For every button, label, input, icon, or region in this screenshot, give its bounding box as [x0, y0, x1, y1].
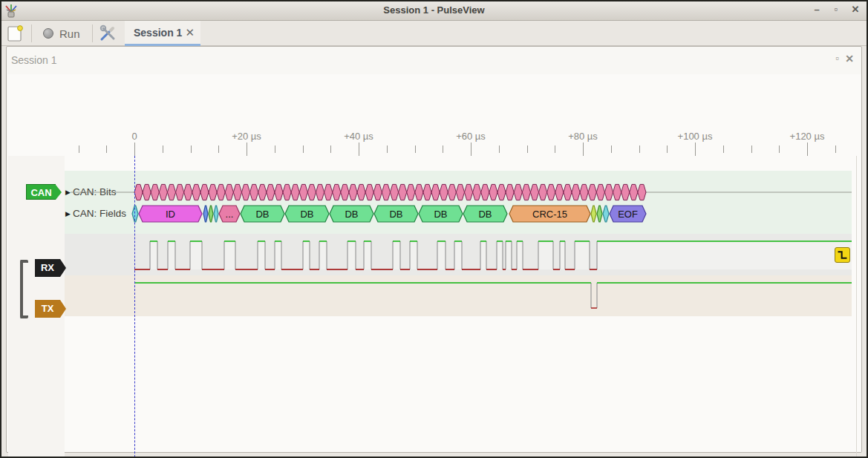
ruler-tick-minor — [275, 145, 275, 153]
main-toolbar: Run Session 1 ✕ — [0, 21, 868, 46]
channel-group-bracket[interactable] — [20, 260, 28, 318]
tab-session-1[interactable]: Session 1 ✕ — [125, 21, 200, 45]
decoder-row-band — [65, 171, 852, 234]
ruler-tick-major — [247, 143, 247, 156]
dock-title: Session 1 — [11, 54, 56, 66]
ruler-tick-major — [807, 143, 808, 156]
falling-edge-trigger-icon — [836, 249, 849, 261]
rx-trigger-badge[interactable] — [835, 247, 850, 263]
vertical-scrollbar-track[interactable] — [856, 156, 857, 458]
new-session-icon — [6, 24, 25, 42]
toolbar-separator — [31, 24, 32, 42]
maximize-icon[interactable]: ▫ — [831, 4, 841, 15]
ruler-tick-minor — [218, 145, 219, 153]
ruler-tick-minor — [79, 145, 79, 153]
ruler-tick-major — [359, 143, 359, 156]
time-zero-cursor[interactable] — [134, 156, 135, 458]
channel-tag-rx[interactable]: RX — [35, 259, 60, 277]
ruler-tick-minor — [835, 145, 836, 153]
decoder-row-label-fields[interactable]: ▶ CAN: Fields — [65, 208, 126, 219]
close-icon[interactable]: ✕ — [850, 4, 861, 15]
ruler-tick-major — [134, 143, 135, 156]
ruler-label: +100 µs — [678, 131, 713, 142]
ruler-tick-minor — [555, 145, 555, 153]
channel-tag-tx[interactable]: TX — [35, 300, 60, 318]
ruler-tick-minor — [387, 145, 388, 153]
trace-view[interactable]: 0+20 µs+40 µs+60 µs+80 µs+100 µs+120 µs … — [7, 74, 861, 452]
dock-float-icon[interactable]: ▫ — [835, 53, 839, 64]
ruler-tick-minor — [106, 145, 107, 153]
ruler-tick-minor — [303, 145, 304, 153]
new-session-button[interactable] — [6, 24, 25, 42]
tab-close-icon[interactable]: ✕ — [185, 26, 195, 39]
toolbar-separator — [92, 24, 93, 42]
ruler-label: +80 µs — [568, 131, 598, 142]
ruler-label: +40 µs — [344, 131, 373, 142]
ruler-label: +120 µs — [790, 131, 825, 142]
dock-close-icon[interactable]: ✕ — [845, 53, 854, 65]
ruler-tick-minor — [191, 145, 192, 153]
ruler-label: +20 µs — [232, 131, 261, 142]
settings-button[interactable] — [97, 24, 118, 42]
title-bar: Session 1 - PulseView – ▫ ✕ — [0, 0, 868, 21]
ruler-label: +60 µs — [456, 131, 486, 142]
rx-row-band — [65, 234, 852, 275]
ruler-tick-minor — [639, 145, 640, 153]
ruler-tick-minor — [527, 145, 528, 153]
ruler-tick-minor — [667, 145, 668, 153]
run-button[interactable]: Run — [39, 24, 85, 43]
run-label: Run — [59, 27, 80, 40]
run-icon — [43, 28, 53, 39]
ruler-tick-minor — [499, 145, 500, 153]
ruler-tick-minor — [330, 145, 331, 153]
ruler-tick-minor — [779, 145, 780, 153]
ruler-tick-minor — [751, 145, 752, 153]
ruler-label: 0 — [131, 131, 137, 142]
minimize-icon[interactable]: – — [812, 4, 822, 15]
window-title: Session 1 - PulseView — [0, 4, 868, 16]
ruler-tick-minor — [443, 145, 443, 153]
ruler-tick-minor — [611, 145, 612, 153]
expand-arrow-icon[interactable]: ▶ — [65, 210, 71, 217]
ruler-tick-major — [583, 143, 584, 156]
tx-row-band — [65, 275, 852, 316]
ruler-tick-minor — [163, 145, 163, 153]
tab-label: Session 1 — [134, 27, 182, 39]
decoder-row-label-bits[interactable]: ▶ CAN: Bits — [65, 186, 116, 197]
session-dock: Session 1 ▫ ✕ — [6, 46, 862, 453]
ruler-tick-minor — [723, 145, 724, 153]
ruler-tick-major — [695, 143, 696, 156]
ruler-tick-major — [471, 143, 471, 156]
expand-arrow-icon[interactable]: ▶ — [65, 189, 71, 196]
decoder-tag-can[interactable]: CAN — [26, 184, 56, 200]
wrench-screwdriver-icon — [97, 24, 118, 42]
ruler-tick-minor — [415, 145, 416, 153]
